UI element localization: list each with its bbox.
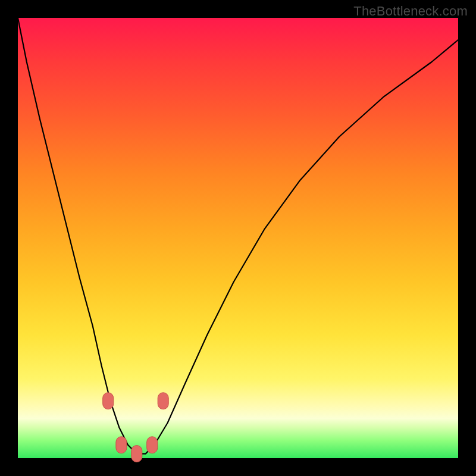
bottleneck-curve [18,18,458,454]
curve-marker [116,437,127,453]
curve-marker [147,437,158,453]
curve-marker [158,393,168,409]
watermark-text: TheBottleneck.com [353,4,468,19]
curve-layer [18,18,458,458]
curve-markers [103,393,169,462]
curve-marker [131,446,142,462]
curve-marker [103,393,114,409]
chart-frame: TheBottleneck.com [0,0,476,476]
plot-area [18,18,458,458]
